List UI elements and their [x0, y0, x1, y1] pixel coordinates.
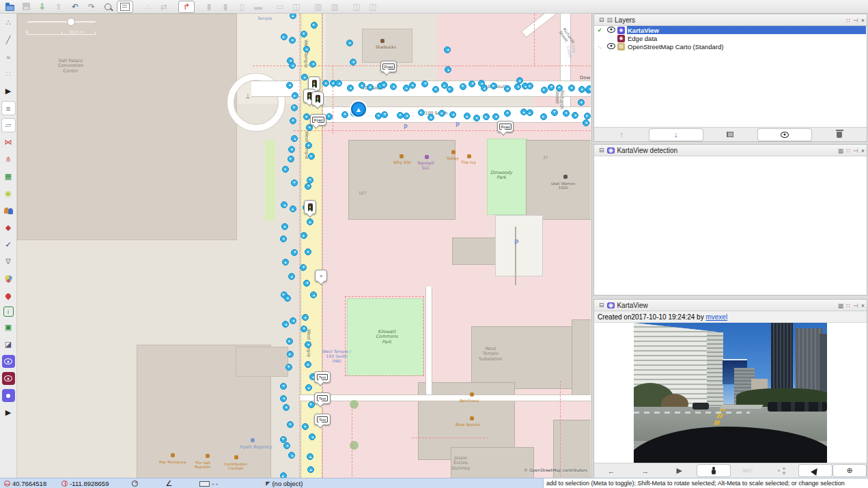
photo-marker[interactable]: ▲ — [280, 472, 287, 478]
relations-toggle[interactable]: ⋔ — [2, 153, 15, 166]
photo-marker[interactable]: ▲ — [300, 31, 307, 38]
merge-nodes-tool[interactable]: ∷ — [2, 68, 15, 81]
text-sign-balloon[interactable]: Text — [314, 392, 331, 404]
sidebar-expander[interactable]: ▶ — [2, 406, 15, 419]
photo-marker[interactable]: ▲ — [445, 66, 451, 73]
photo-marker[interactable]: ▲ — [300, 326, 307, 332]
undo-button[interactable]: ↶ — [68, 1, 83, 12]
collapse-icon[interactable]: ⊟ — [599, 17, 604, 23]
photo-marker[interactable]: ▲ — [285, 364, 292, 371]
photo-marker[interactable]: ▲ — [281, 33, 288, 40]
collapse-icon[interactable]: ⊟ — [599, 147, 604, 154]
play-sequence-button[interactable]: ▶ — [663, 465, 696, 476]
photo-marker[interactable]: ▲ — [464, 113, 471, 119]
road-sign-balloon[interactable]: Road — [310, 114, 326, 126]
photo-marker[interactable]: ▲ — [288, 273, 295, 280]
photo-marker[interactable]: ▲ — [586, 85, 591, 92]
photo-marker[interactable]: ▲ — [578, 99, 585, 106]
text-sign-balloon[interactable]: Text — [314, 414, 331, 425]
photo-marker[interactable]: ▲ — [428, 114, 434, 121]
map-canvas[interactable]: ▲▲▲▲▲▲▲▲▲▲▲▲▲▲▲▲▲▲▲▲▲▲▲▲▲▲▲▲▲▲▲▲▲▲▲▲▲▲▲▲… — [17, 14, 591, 478]
photo-marker[interactable]: ▲ — [303, 280, 310, 287]
kartaview-pin-toggle[interactable] — [2, 389, 15, 402]
marker-pin-toggle[interactable] — [2, 289, 15, 302]
photo-marker[interactable]: ▲ — [432, 86, 439, 93]
photo-marker[interactable]: ▲ — [449, 111, 456, 118]
photo-marker[interactable]: ▲ — [335, 80, 342, 87]
photo-marker[interactable]: ▲ — [483, 113, 490, 120]
tags-toggle[interactable]: ▱ — [2, 119, 15, 132]
filter-toggle[interactable]: ∇ — [2, 255, 15, 268]
photo-marker[interactable]: ▲ — [390, 83, 397, 90]
validator-toggle[interactable]: ✓ — [2, 238, 15, 251]
photo-marker[interactable]: ▲ — [283, 404, 290, 411]
map-styles-toggle[interactable]: ▦ — [2, 170, 15, 183]
info-toggle[interactable]: i — [3, 306, 14, 317]
photo-marker[interactable]: ▲ — [307, 466, 314, 473]
photo-marker[interactable]: ▲ — [481, 85, 488, 91]
photo-marker[interactable]: ▲ — [300, 264, 307, 271]
photo-marker[interactable]: ▲ — [527, 83, 533, 89]
detach-panel-icon[interactable]: ∷ — [846, 147, 850, 154]
photo-marker[interactable]: ▲ — [326, 113, 333, 120]
close-panel-icon[interactable]: × — [861, 17, 865, 24]
photo-marker[interactable]: ▲ — [303, 46, 310, 53]
open-in-browser-button[interactable]: ⊕ — [833, 465, 866, 476]
photo-marker[interactable]: ▲ — [527, 109, 533, 116]
road-sign-balloon[interactable]: Road — [497, 121, 514, 132]
previous-photo-button[interactable]: ← — [595, 465, 628, 476]
improve-way-accuracy-tool[interactable]: ≈ — [2, 51, 15, 63]
photo-marker[interactable]: ▲ — [290, 117, 296, 124]
road-sign-balloon[interactable]: Road — [380, 61, 397, 72]
photo-marker[interactable]: ▲ — [444, 46, 451, 53]
draw-node-tool[interactable]: ╱ — [2, 33, 15, 46]
select-tool[interactable]: ∴ — [2, 16, 15, 29]
photo-marker[interactable]: ▲ — [504, 110, 511, 117]
photo-marker[interactable]: ▲ — [492, 113, 499, 120]
photo-marker[interactable]: ▲ — [305, 361, 311, 368]
photo-marker[interactable]: ▲ — [288, 452, 295, 459]
imagery-toggle[interactable]: ◉ — [2, 187, 15, 200]
next-photo-button[interactable]: → — [629, 465, 662, 476]
layer-active-check[interactable]: ·. — [594, 44, 605, 50]
photo-marker[interactable]: ▲ — [397, 112, 404, 119]
detection-panel-header[interactable]: ⊟ ◉ KartaView detection ▦∷⊣× — [594, 145, 867, 156]
photo-marker[interactable]: ▲ — [563, 110, 570, 117]
photo-marker[interactable]: ▲ — [514, 83, 521, 90]
layer-visibility-eye[interactable] — [605, 27, 617, 34]
minimize-panel-icon[interactable]: ⊣ — [853, 17, 858, 24]
kartaview-panel-header[interactable]: ⊟ ◉ KartaView ▦∷⊣× — [594, 300, 867, 311]
photo-marker[interactable]: ▲ — [280, 235, 287, 242]
download-data-button[interactable]: ⇩ — [35, 1, 50, 12]
photo-marker[interactable]: ▲ — [281, 201, 288, 208]
photo-marker[interactable]: ▲ — [290, 14, 296, 19]
minimize-panel-icon[interactable]: ⊣ — [853, 302, 858, 309]
layer-row[interactable]: ✓◉KartaView — [594, 26, 867, 34]
photo-viewport[interactable] — [594, 323, 867, 463]
photo-marker[interactable]: ▲ — [290, 317, 296, 324]
photo-marker[interactable]: ▲ — [568, 85, 575, 91]
street-photo[interactable] — [634, 323, 827, 463]
photo-marker[interactable]: ▲ — [311, 22, 318, 29]
photo-marker[interactable]: ▲ — [447, 86, 453, 93]
photo-marker[interactable]: ▲ — [290, 205, 296, 212]
photo-marker[interactable]: ▲ — [282, 166, 289, 173]
traffic-signal-balloon[interactable] — [304, 200, 316, 214]
photo-marker[interactable]: ▲ — [291, 180, 298, 186]
photo-marker[interactable]: ▲ — [289, 62, 296, 69]
photo-marker[interactable]: ▲ — [418, 109, 425, 116]
photo-marker[interactable]: ▲ — [551, 109, 558, 116]
changeset-toggle[interactable]: ▣ — [2, 321, 15, 334]
photo-marker[interactable]: ▲ — [291, 104, 298, 111]
photo-marker[interactable]: ▲ — [473, 115, 480, 121]
photo-marker[interactable]: ▲ — [583, 119, 589, 126]
photo-marker[interactable]: ▲ — [541, 87, 548, 94]
photo-marker[interactable]: ▲ — [421, 81, 428, 87]
collapse-icon[interactable]: ⊟ — [599, 302, 604, 308]
photo-marker[interactable]: ▲ — [286, 338, 293, 345]
photo-marker[interactable]: ▲ — [380, 81, 387, 88]
photo-marker[interactable]: ▲ — [540, 113, 547, 120]
photo-marker[interactable]: ▲ — [302, 423, 309, 430]
mappaint-palette-toggle[interactable] — [2, 272, 15, 285]
photo-marker[interactable]: ▲ — [291, 135, 298, 142]
